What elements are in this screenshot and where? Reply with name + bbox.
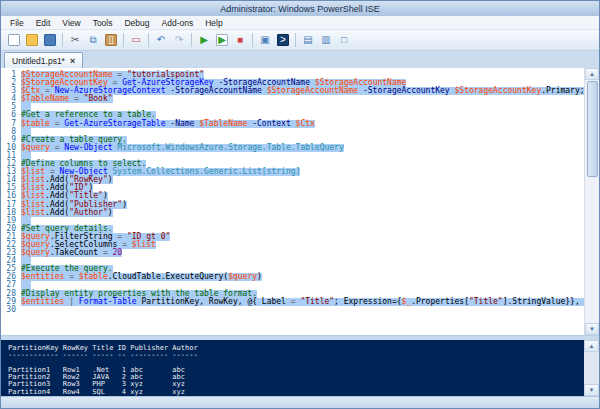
line-number: 30 (1, 306, 21, 314)
scroll-down-icon[interactable]: ▼ (585, 323, 599, 335)
open-script-icon (26, 34, 38, 46)
console-output: PartitionKey RowKey Title ID Publisher A… (1, 340, 584, 396)
code-line[interactable]: 7$table = Get-AzureStorageTable -Name $T… (1, 120, 584, 128)
menu-item-tools[interactable]: Tools (87, 16, 119, 29)
save-icon (44, 34, 56, 46)
redo-button[interactable]: ↷ (170, 31, 188, 49)
title-bar[interactable]: Administrator: Windows PowerShell ISE (1, 1, 599, 16)
code-text: $list.Add("Author") (21, 209, 113, 217)
start-powershell-icon: > (277, 34, 289, 46)
status-bar (1, 396, 599, 408)
toolbar-separator (123, 33, 124, 47)
run-selection-button[interactable]: ▶ (213, 31, 231, 49)
stop-operation-button[interactable]: ■ (231, 31, 249, 49)
code-line[interactable]: 23$query.TakeCount = 20 (1, 249, 584, 257)
stop-operation-icon: ■ (234, 34, 246, 46)
toolbar-separator (191, 33, 192, 47)
start-powershell-button[interactable]: > (274, 31, 292, 49)
tab-close-icon[interactable]: × (70, 56, 75, 66)
open-script-button[interactable] (23, 31, 41, 49)
script-editor[interactable]: 1$StorageAccountName = "tutorialspoint"2… (1, 68, 584, 335)
show-script-pane-maximized-button[interactable]: □ (335, 31, 353, 49)
copy-button[interactable]: ⧉ (84, 31, 102, 49)
paste-button[interactable]: ▯ (102, 31, 120, 49)
show-script-pane-top-button[interactable]: ▤ (299, 31, 317, 49)
show-script-pane-right-icon: ▥ (320, 34, 332, 46)
cut-button[interactable]: ✂ (66, 31, 84, 49)
menu-item-debug[interactable]: Debug (118, 16, 155, 29)
code-text: $TableName = "Book" (21, 95, 113, 103)
undo-button[interactable]: ↶ (152, 31, 170, 49)
new-remote-powershell-tab-button[interactable]: ▣ (256, 31, 274, 49)
toolbar-separator (252, 33, 253, 47)
code-text: $entities | Format-Table PartitionKey, R… (21, 298, 584, 306)
undo-icon: ↶ (155, 34, 167, 46)
tab-label: Untitled1.ps1* (12, 56, 65, 66)
code-text: $query = New-Object Microsoft.WindowsAzu… (21, 144, 344, 152)
run-selection-icon: ▶ (216, 34, 228, 46)
menu-bar: FileEditViewToolsDebugAdd-onsHelp (1, 16, 599, 30)
show-script-pane-top-icon: ▤ (302, 34, 314, 46)
scroll-up-icon[interactable]: ▲ (585, 68, 599, 80)
copy-icon: ⧉ (87, 34, 99, 46)
toolbar-separator (295, 33, 296, 47)
new-remote-powershell-tab-icon: ▣ (259, 34, 271, 46)
console-scrollbar[interactable]: ▲ ▼ (584, 340, 599, 396)
clear-console-icon: ▭ (130, 34, 142, 46)
toolbar-separator (62, 33, 63, 47)
menu-item-help[interactable]: Help (199, 16, 228, 29)
code-line[interactable]: 30 (1, 306, 584, 314)
window-title: Administrator: Windows PowerShell ISE (220, 4, 380, 14)
menu-item-edit[interactable]: Edit (30, 16, 57, 29)
menu-item-addons[interactable]: Add-ons (156, 16, 200, 29)
show-script-pane-right-button[interactable]: ▥ (317, 31, 335, 49)
cut-icon: ✂ (69, 34, 81, 46)
code-line[interactable]: 26$entities = $table.CloudTable.ExecuteQ… (1, 273, 584, 281)
code-text: $entities = $table.CloudTable.ExecuteQue… (21, 273, 262, 281)
code-line[interactable]: 4$TableName = "Book" (1, 95, 584, 103)
new-script-icon (8, 34, 20, 46)
save-button[interactable] (41, 31, 59, 49)
script-pane: 1$StorageAccountName = "tutorialspoint"2… (1, 68, 599, 336)
code-text: $table = Get-AzureStorageTable -Name $Ta… (21, 120, 315, 128)
tab-untitled1[interactable]: Untitled1.ps1* × (4, 52, 83, 68)
toolbar-separator (148, 33, 149, 47)
new-script-button[interactable] (5, 31, 23, 49)
redo-icon: ↷ (173, 34, 185, 46)
code-line[interactable]: 10$query = New-Object Microsoft.WindowsA… (1, 144, 584, 152)
console-scroll-up-icon[interactable]: ▲ (584, 340, 599, 352)
powershell-ise-window: Administrator: Windows PowerShell ISE Fi… (0, 0, 600, 409)
run-script-icon: ▶ (198, 34, 210, 46)
toolbar: ✂⧉▯▭↶↷▶▶■▣>▤▥□ (1, 30, 599, 51)
code-line[interactable]: 29$entities | Format-Table PartitionKey,… (1, 298, 584, 306)
show-script-pane-maximized-icon: □ (338, 34, 350, 46)
console-pane[interactable]: PartitionKey RowKey Title ID Publisher A… (1, 340, 599, 396)
menu-item-view[interactable]: View (56, 16, 86, 29)
editor-scrollbar[interactable]: ▲ ▼ (584, 68, 599, 335)
code-text: $query.TakeCount = 20 (21, 249, 122, 257)
clear-console-button[interactable]: ▭ (127, 31, 145, 49)
run-script-button[interactable]: ▶ (195, 31, 213, 49)
tab-bar: Untitled1.ps1* × (1, 51, 599, 68)
menu-item-file[interactable]: File (4, 16, 30, 29)
paste-icon: ▯ (105, 34, 117, 46)
scrollbar-thumb[interactable] (587, 81, 598, 177)
code-line[interactable]: 18$list.Add("Author") (1, 209, 584, 217)
console-scroll-down-icon[interactable]: ▼ (584, 384, 599, 396)
